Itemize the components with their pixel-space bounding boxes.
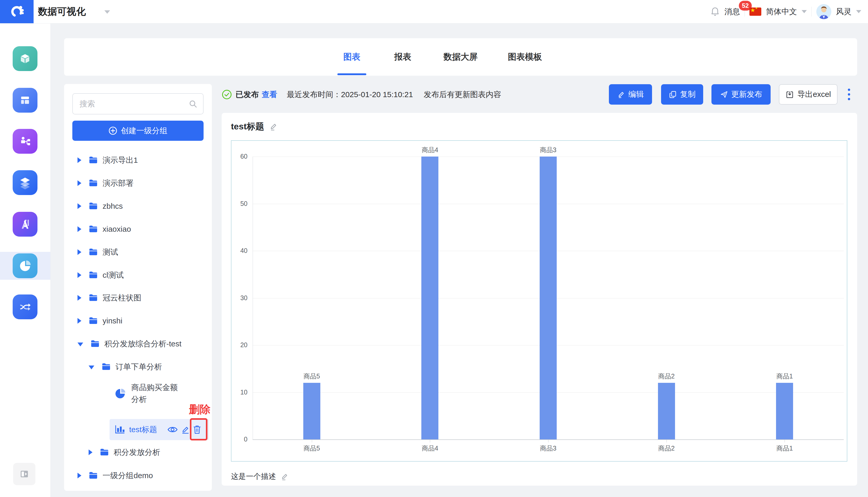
- view-link[interactable]: 查看: [262, 87, 277, 102]
- tree-item-folder[interactable]: yinshi: [77, 313, 123, 329]
- rail-item-cube[interactable]: [13, 46, 38, 71]
- y-axis-line: [253, 157, 253, 439]
- folder-icon: [89, 156, 98, 164]
- collapse-sidebar-button[interactable]: [13, 463, 35, 485]
- export-excel-button[interactable]: 导出excel: [779, 84, 838, 104]
- dashboard-icon: [18, 94, 32, 107]
- x-axis-category-label: 商品1: [759, 444, 810, 453]
- caret-right-icon[interactable]: [77, 318, 81, 324]
- tree-item-folder[interactable]: 演示导出1: [77, 152, 138, 168]
- status-label: 已发布: [236, 89, 259, 100]
- caret-right-icon[interactable]: [77, 295, 81, 301]
- tree-item-folder[interactable]: 冠云柱状图: [77, 290, 141, 306]
- title-caret-down-icon[interactable]: [104, 10, 110, 14]
- search-input[interactable]: [73, 99, 188, 108]
- tab-reports[interactable]: 报表: [394, 38, 411, 76]
- messages-menu[interactable]: 消息 52: [724, 6, 740, 17]
- tree-item-chart-pie[interactable]: 商品购买金额分析: [115, 382, 184, 405]
- caret-right-icon[interactable]: [89, 450, 93, 455]
- bar[interactable]: [303, 383, 320, 439]
- language-caret-icon[interactable]: [801, 10, 807, 13]
- bar-value-label: 商品1: [759, 372, 810, 381]
- china-flag-icon: ★★: [750, 8, 761, 16]
- folder-icon: [89, 472, 98, 480]
- caret-right-icon[interactable]: [77, 473, 81, 479]
- username[interactable]: 风灵: [836, 6, 852, 17]
- tree-item-folder[interactable]: 测试: [77, 244, 118, 260]
- bar-value-label: 商品5: [286, 372, 338, 381]
- caret-right-icon[interactable]: [77, 272, 81, 278]
- tab-chart-templates[interactable]: 图表模板: [508, 38, 542, 76]
- bar[interactable]: [421, 157, 438, 439]
- edit-button[interactable]: 编辑: [609, 84, 652, 104]
- caret-right-icon[interactable]: [77, 226, 81, 232]
- search-icon[interactable]: [188, 99, 197, 108]
- tree-item-folder[interactable]: 积分发放分析: [89, 444, 160, 460]
- edit-description-icon[interactable]: [281, 472, 289, 481]
- preview-chart-button[interactable]: [166, 423, 179, 436]
- chart-card: test标题 0102030405060商品5商品5商品4商品4商品3商品3商品…: [222, 113, 857, 486]
- rail-item-dashboard[interactable]: [13, 88, 38, 113]
- rail-item-charts-active[interactable]: [13, 253, 38, 278]
- edit-button-label: 编辑: [628, 89, 644, 100]
- tree-item-label: 演示部署: [102, 178, 133, 188]
- plus-circle-icon: [109, 126, 117, 135]
- caret-right-icon[interactable]: [77, 203, 81, 209]
- chart-title: test标题: [231, 120, 264, 132]
- bar[interactable]: [658, 383, 675, 439]
- rail-item-ai[interactable]: [13, 212, 38, 237]
- app-logo[interactable]: [0, 0, 33, 23]
- rename-chart-button[interactable]: [179, 423, 192, 436]
- folder-open-icon: [90, 340, 100, 348]
- copy-icon: [669, 90, 677, 99]
- tab-label: 图表模板: [508, 51, 542, 63]
- tree-item-folder-expanded[interactable]: 订单下单分析: [89, 359, 162, 374]
- folder-icon: [89, 225, 98, 233]
- tab-data-screen[interactable]: 数据大屏: [444, 38, 478, 76]
- tree-item-folder[interactable]: xiaoxiao: [77, 222, 131, 237]
- caret-right-icon[interactable]: [77, 180, 81, 186]
- tree-item-chart-bar-selected[interactable]: test标题: [115, 419, 157, 440]
- rail-item-shuffle[interactable]: [13, 295, 38, 319]
- bar[interactable]: [776, 383, 793, 439]
- export-excel-label: 导出excel: [797, 89, 831, 100]
- y-axis-tick-label: 10: [231, 388, 247, 396]
- tree-item-folder[interactable]: zbhcs: [77, 198, 123, 214]
- caret-right-icon[interactable]: [77, 157, 81, 163]
- copy-button[interactable]: 复制: [661, 84, 703, 104]
- bar-chart-plot: 0102030405060商品5商品5商品4商品4商品3商品3商品2商品2商品1…: [231, 140, 847, 462]
- tree-item-label: 演示导出1: [102, 155, 138, 166]
- bar[interactable]: [540, 157, 557, 439]
- caret-right-icon[interactable]: [77, 249, 81, 255]
- caret-down-icon[interactable]: [77, 342, 83, 346]
- edit-title-icon[interactable]: [269, 122, 278, 131]
- chart-description: 这是一个描述: [231, 471, 276, 482]
- y-axis-tick-label: 20: [231, 341, 247, 349]
- tab-charts[interactable]: 图表: [343, 38, 360, 76]
- tree-item-folder[interactable]: cl测试: [77, 267, 124, 283]
- x-axis-category-label: 商品3: [522, 444, 574, 453]
- chart-tree-panel: 创建一级分组 演示导出1 演示部署 zbhcs xiaoxiao 测试 cl测试…: [64, 84, 212, 491]
- tree-item-folder-expanded[interactable]: 积分发放综合分析-test: [77, 336, 181, 352]
- content-tabs-card: 图表 报表 数据大屏 图表模板: [64, 38, 857, 76]
- more-actions-button[interactable]: [843, 84, 855, 104]
- language-selector[interactable]: 简体中文: [766, 6, 797, 17]
- user-avatar[interactable]: [816, 4, 831, 19]
- folder-icon: [89, 179, 98, 187]
- delete-chart-button[interactable]: [191, 423, 203, 436]
- update-publish-button[interactable]: 更新发布: [711, 84, 771, 104]
- trash-icon: [193, 425, 202, 435]
- create-group-button[interactable]: 创建一级分组: [72, 120, 203, 141]
- rail-item-layers[interactable]: [13, 170, 38, 195]
- rail-item-flow[interactable]: [13, 129, 38, 154]
- bar-value-label: 商品2: [641, 372, 692, 381]
- flow-chart-icon: [18, 134, 32, 148]
- caret-down-icon[interactable]: [89, 366, 94, 369]
- user-caret-icon[interactable]: [856, 10, 861, 13]
- folder-icon: [89, 294, 98, 302]
- x-axis-category-label: 商品4: [404, 444, 456, 453]
- bell-icon[interactable]: [710, 7, 720, 16]
- tree-item-folder[interactable]: 演示部署: [77, 175, 133, 191]
- tree-item-folder[interactable]: 一级分组demo: [77, 468, 153, 483]
- tree-item-label: 商品购买金额分析: [131, 382, 184, 405]
